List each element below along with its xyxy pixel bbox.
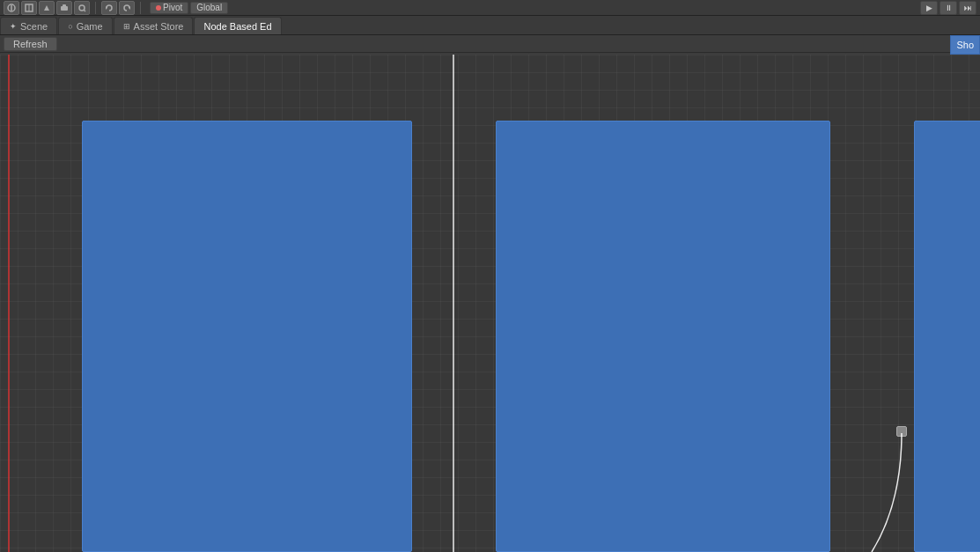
toolbar-icon-4[interactable]	[56, 1, 72, 15]
tab-game-label: Game	[77, 21, 103, 32]
canvas-area[interactable]	[0, 55, 980, 552]
main-toolbar: Pivot Global ▶ ⏸ ⏭	[0, 0, 980, 16]
tab-bar: ✦ Scene ○ Game ⊞ Asset Store Node Based …	[0, 16, 980, 35]
sub-toolbar: Refresh	[0, 35, 980, 53]
toolbar-icon-2[interactable]	[21, 1, 37, 15]
play-controls: ▶ ⏸ ⏭	[920, 1, 976, 15]
pivot-global-group: Pivot Global	[150, 2, 228, 14]
refresh-label: Refresh	[13, 39, 48, 49]
pause-icon: ⏸	[945, 4, 953, 12]
play-icon: ▶	[926, 4, 932, 12]
asset-icon: ⊞	[123, 22, 130, 31]
pause-button[interactable]: ⏸	[939, 1, 957, 15]
scene-icon: ✦	[10, 22, 17, 31]
connector-dot[interactable]	[896, 426, 907, 437]
show-label: Sho	[956, 40, 974, 50]
show-button[interactable]: Sho	[950, 35, 980, 55]
pivot-button[interactable]: Pivot	[150, 2, 188, 14]
toolbar-sep-1	[95, 2, 96, 14]
tab-node-based-ed[interactable]: Node Based Ed	[194, 17, 281, 34]
refresh-button[interactable]: Refresh	[4, 37, 57, 51]
svg-rect-5	[63, 4, 66, 7]
tab-node-label: Node Based Ed	[203, 21, 271, 32]
toolbar-icon-5[interactable]	[74, 1, 90, 15]
skip-button[interactable]: ⏭	[959, 1, 976, 15]
tab-asset-label: Asset Store	[134, 21, 184, 32]
global-button[interactable]: Global	[190, 2, 228, 14]
play-button[interactable]: ▶	[920, 1, 938, 15]
tab-scene-label: Scene	[20, 21, 48, 32]
node-card-1[interactable]	[82, 121, 412, 552]
game-icon: ○	[68, 22, 72, 31]
redo-button[interactable]	[119, 1, 135, 15]
red-edge-line	[8, 55, 10, 552]
tab-scene[interactable]: ✦ Scene	[0, 17, 57, 34]
svg-line-7	[84, 10, 85, 11]
toolbar-sep-2	[140, 2, 141, 14]
tab-asset-store[interactable]: ⊞ Asset Store	[114, 17, 194, 34]
undo-button[interactable]	[101, 1, 117, 15]
pivot-dot	[156, 5, 161, 11]
skip-icon: ⏭	[964, 4, 972, 12]
toolbar-icon-1[interactable]	[4, 1, 19, 15]
pivot-label: Pivot	[163, 3, 182, 12]
node-card-2[interactable]	[496, 121, 830, 552]
tab-game[interactable]: ○ Game	[58, 17, 112, 34]
toolbar-icon-3[interactable]	[39, 1, 55, 15]
global-label: Global	[196, 3, 222, 12]
node-card-3[interactable]	[914, 121, 980, 552]
undo-redo-group	[101, 1, 135, 15]
toolbar-icon-group	[4, 1, 90, 15]
